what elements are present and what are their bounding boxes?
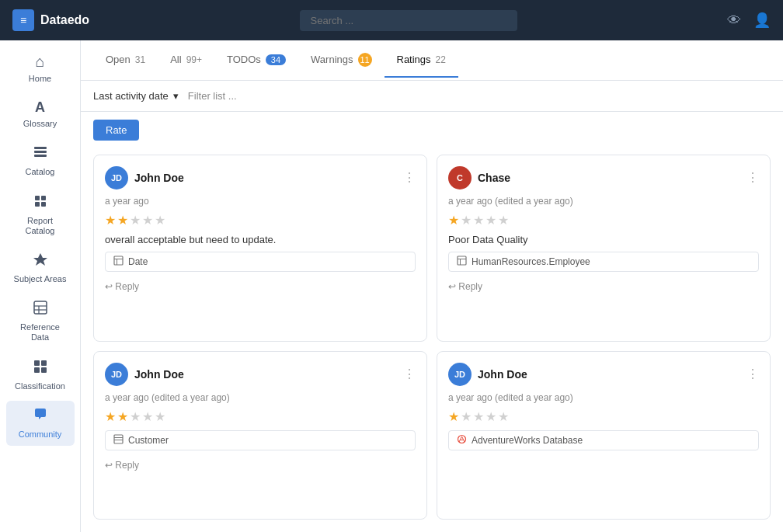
card-header: JD John Doe ⋮ <box>105 166 416 190</box>
star-empty: ★ <box>498 213 509 228</box>
tab-open-count: 31 <box>135 54 145 65</box>
svg-rect-1 <box>34 151 47 153</box>
tag-icon <box>457 434 467 447</box>
tab-open-label: Open <box>106 54 130 65</box>
chevron-down-icon: ▾ <box>173 90 179 102</box>
card-card3: JD John Doe ⋮ a year ago (edited a year … <box>93 351 427 520</box>
glossary-icon: A <box>35 99 45 116</box>
tag-icon <box>113 256 124 268</box>
star-filled: ★ <box>448 213 459 228</box>
card-stars: ★★★★★ <box>105 213 416 228</box>
reply-button[interactable]: ↩ Reply <box>105 460 416 471</box>
card-user-name: John Doe <box>134 368 184 381</box>
reply-button[interactable]: ↩ Reply <box>105 281 416 292</box>
catalog-icon <box>33 144 48 164</box>
tab-todos-label: TODOs <box>227 54 261 65</box>
sidebar-item-subject-areas[interactable]: Subject Areas <box>6 245 75 290</box>
card-menu-button[interactable]: ⋮ <box>403 172 416 184</box>
classification-icon <box>33 359 48 378</box>
reply-button[interactable]: ↩ Reply <box>448 281 759 292</box>
sidebar-item-classification[interactable]: Classification <box>6 353 75 398</box>
card-tag: HumanResources.Employee <box>448 252 759 272</box>
sidebar-item-reference-data[interactable]: Reference Data <box>6 294 75 349</box>
card-tag: AdventureWorks Database <box>448 430 759 450</box>
sidebar-label-glossary: Glossary <box>23 119 57 129</box>
sidebar-item-community[interactable]: Community <box>6 401 75 446</box>
tab-open[interactable]: Open 31 <box>93 43 158 78</box>
svg-rect-2 <box>34 155 47 157</box>
reference-data-icon <box>33 300 48 319</box>
content-area: Open 31 All 99+ TODOs 34 Warnings 11 Rat… <box>81 40 783 532</box>
tab-ratings-label: Ratings <box>397 54 431 65</box>
logo: ≡ Dataedo <box>12 9 89 31</box>
tag-label: Customer <box>128 435 169 446</box>
card-menu-button[interactable]: ⋮ <box>403 368 416 381</box>
svg-rect-3 <box>35 196 40 200</box>
sidebar-item-glossary[interactable]: A Glossary <box>6 93 75 135</box>
star-empty: ★ <box>473 409 484 424</box>
search-input[interactable] <box>300 10 517 31</box>
svg-rect-13 <box>41 360 47 366</box>
card-card1: JD John Doe ⋮ a year ago ★★★★★ overall a… <box>93 155 427 342</box>
sort-dropdown[interactable]: Last activity date ▾ <box>93 90 179 102</box>
card-card4: JD John Doe ⋮ a year ago (edited a year … <box>437 351 771 520</box>
eye-icon[interactable]: 👁 <box>727 12 741 29</box>
svg-rect-19 <box>458 256 466 265</box>
sidebar-item-report-catalog[interactable]: Report Catalog <box>6 187 75 242</box>
community-icon <box>33 407 48 426</box>
star-empty: ★ <box>142 409 153 424</box>
avatar: C <box>448 166 472 190</box>
search-bar[interactable] <box>102 10 715 31</box>
svg-rect-8 <box>34 301 47 314</box>
avatar: JD <box>448 363 472 386</box>
subject-areas-icon <box>33 252 48 271</box>
sidebar-label-home: Home <box>29 74 51 84</box>
card-comment: overall acceptable but need to update. <box>105 234 416 245</box>
home-icon: ⌂ <box>35 53 44 71</box>
tab-warnings[interactable]: Warnings 11 <box>298 42 384 79</box>
tab-todos-badge: 34 <box>266 54 286 65</box>
filter-list-button[interactable]: Filter list ... <box>188 90 237 102</box>
star-empty: ★ <box>473 213 484 228</box>
topbar: ≡ Dataedo 👁 👤 <box>0 0 783 40</box>
rate-bar: Rate <box>81 112 783 148</box>
tab-ratings-count: 22 <box>436 54 446 65</box>
tab-ratings[interactable]: Ratings 22 <box>385 43 458 78</box>
star-empty: ★ <box>142 213 153 228</box>
tag-label: Date <box>128 256 148 267</box>
sidebar-label-community: Community <box>19 429 62 440</box>
user-icon[interactable]: 👤 <box>753 12 771 29</box>
sidebar-item-catalog[interactable]: Catalog <box>6 138 75 183</box>
card-menu-button[interactable]: ⋮ <box>746 172 759 184</box>
star-empty: ★ <box>485 409 496 424</box>
tab-all-count: 99+ <box>186 54 202 65</box>
tab-todos[interactable]: TODOs 34 <box>214 43 298 78</box>
star-filled: ★ <box>105 409 116 424</box>
tab-all-label: All <box>170 54 181 65</box>
card-user: JD John Doe <box>105 363 184 386</box>
logo-icon: ≡ <box>12 9 34 31</box>
star-filled: ★ <box>105 213 116 228</box>
star-empty: ★ <box>461 213 472 228</box>
sidebar-label-catalog: Catalog <box>26 167 55 177</box>
logo-text: Dataedo <box>40 13 89 27</box>
card-menu-button[interactable]: ⋮ <box>746 368 759 381</box>
svg-rect-12 <box>34 360 40 366</box>
sidebar-item-home[interactable]: ⌂ Home <box>6 47 75 90</box>
svg-rect-4 <box>41 196 46 200</box>
card-user: C Chase <box>448 166 510 190</box>
star-empty: ★ <box>155 409 165 424</box>
star-empty: ★ <box>130 409 141 424</box>
card-time: a year ago (edited a year ago) <box>448 196 759 207</box>
star-filled: ★ <box>448 409 459 424</box>
svg-marker-7 <box>33 253 47 266</box>
card-stars: ★★★★★ <box>448 409 759 424</box>
tag-label: AdventureWorks Database <box>472 435 583 446</box>
card-card2: C Chase ⋮ a year ago (edited a year ago)… <box>437 155 771 342</box>
star-empty: ★ <box>485 213 496 228</box>
tab-all[interactable]: All 99+ <box>158 43 214 78</box>
star-empty: ★ <box>498 409 509 424</box>
rate-button[interactable]: Rate <box>93 120 139 141</box>
svg-rect-5 <box>35 202 40 207</box>
svg-rect-16 <box>114 256 123 265</box>
